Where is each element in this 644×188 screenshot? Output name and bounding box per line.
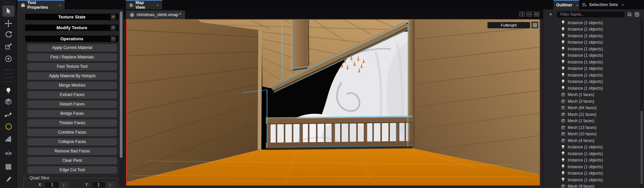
outliner-row[interactable]: Instance (1 objects) <box>543 177 641 183</box>
lightbulb-icon <box>561 34 565 38</box>
operation-button[interactable]: Detach Faces <box>28 101 117 108</box>
outliner-row[interactable]: Mesh (10 faces) <box>543 131 641 138</box>
outliner-row[interactable]: Instance (1 objects) <box>543 33 641 39</box>
texture-tool-button[interactable] <box>4 162 13 171</box>
close-icon[interactable]: × <box>576 3 579 8</box>
close-icon[interactable]: × <box>59 3 61 8</box>
outliner-row[interactable]: Mesh (1 faces) <box>543 118 641 125</box>
tab-selection-sets[interactable]: Selection Sets × <box>579 0 630 9</box>
operation-button[interactable]: Apply Current Material <box>28 44 117 51</box>
quad-slice-y-stepper[interactable]: 1 ▴▾ <box>91 182 115 188</box>
layout-split-button-2[interactable] <box>527 12 532 16</box>
outliner-row[interactable]: Instance (1 objects) <box>543 19 641 26</box>
outliner-item-label: Mesh (1 faces) <box>568 119 594 123</box>
paintbrush-icon <box>4 176 12 184</box>
operation-button[interactable]: Clear Pivot <box>28 157 117 164</box>
tab-map-view[interactable]: Map View × <box>126 0 162 9</box>
path-tool-button[interactable] <box>4 110 13 119</box>
entity-tool-button[interactable] <box>4 86 13 95</box>
block-tool-button[interactable] <box>4 97 13 106</box>
layout-split-button-3[interactable] <box>534 12 539 16</box>
outliner-row[interactable]: Instance (1 objects) <box>543 79 641 85</box>
scrollbar-thumb[interactable] <box>641 111 643 184</box>
outliner-row[interactable]: Mesh (3 faces) <box>543 98 641 105</box>
expand-icon[interactable]: + <box>111 14 116 19</box>
spinner-arrows[interactable]: ▴▾ <box>106 182 115 188</box>
instance-icon <box>561 164 566 169</box>
move-icon <box>4 19 12 28</box>
add-tool-button[interactable] <box>4 54 13 63</box>
operation-button[interactable]: Bridge Faces <box>28 110 117 117</box>
3d-viewport[interactable]: Fullbright <box>126 19 540 186</box>
tab-outliner[interactable]: Outliner × <box>553 0 579 9</box>
quad-slice-label: Quad Slice <box>28 176 51 180</box>
polygon-tool-button[interactable] <box>4 122 13 131</box>
outliner-row[interactable]: Mesh (9 faces) <box>543 183 641 188</box>
outliner-row[interactable]: Instance (1 objects) <box>543 65 641 72</box>
filter-name-input[interactable] <box>557 11 625 18</box>
viewport-3d-scene[interactable] <box>127 20 539 185</box>
outliner-row[interactable]: Instance (1 objects) <box>543 150 641 157</box>
operation-button[interactable]: Fast Texture Tool <box>28 63 117 70</box>
expand-icon[interactable]: + <box>111 25 116 30</box>
outliner-row[interactable]: Instance (1 objects) <box>543 52 641 59</box>
layout-split-button-1[interactable] <box>519 12 525 16</box>
collapse-icon[interactable]: − <box>111 36 116 41</box>
y-value[interactable]: 1 <box>91 182 106 188</box>
outliner-row[interactable]: Instance (1 objects) <box>543 26 641 33</box>
operation-button[interactable]: Combine Faces <box>28 129 117 136</box>
operation-button[interactable]: Find / Replace Materials <box>28 54 117 61</box>
tab-open-map-file[interactable]: christmas_climb.vmap * <box>126 10 185 19</box>
outliner-row[interactable]: Instance (1 objects) <box>543 72 641 79</box>
mesh-icon <box>561 139 566 143</box>
outliner-row[interactable]: Mesh (1 faces) <box>543 92 641 98</box>
spinner-arrows[interactable]: ▴▾ <box>60 182 68 188</box>
lightbulb-icon <box>561 53 565 58</box>
clip-tool-button[interactable] <box>4 135 13 143</box>
scale-tool-button[interactable] <box>4 42 13 51</box>
outliner-row[interactable]: Instance (1 objects) <box>543 157 641 164</box>
select-tool-button[interactable] <box>2 5 14 17</box>
visibility-filter-button[interactable] <box>627 11 633 17</box>
operation-button[interactable]: Remove Bad Faces <box>28 148 117 155</box>
operation-button[interactable]: Merge Meshes <box>28 82 117 89</box>
mesh-icon <box>561 93 566 97</box>
spin-down-icon[interactable]: ▾ <box>63 185 64 187</box>
rotate-tool-button[interactable] <box>4 30 13 39</box>
outliner-row[interactable]: Instance (1 objects) <box>543 59 641 65</box>
search-objects-button[interactable] <box>634 11 640 17</box>
outliner-row[interactable]: Mesh (11 faces) <box>543 111 641 118</box>
tab-tool-properties[interactable]: Tool Properties × <box>17 0 65 9</box>
outliner-row[interactable]: Mesh (64 faces) <box>543 105 641 111</box>
scrollbar-thumb[interactable] <box>120 11 122 158</box>
operation-button[interactable]: Extract Faces <box>28 91 117 98</box>
x-value[interactable]: 1 <box>45 182 60 188</box>
close-icon[interactable]: × <box>621 2 624 7</box>
close-icon[interactable]: × <box>156 3 159 8</box>
x-label: X: <box>38 182 42 187</box>
mesh-icon <box>561 112 566 116</box>
mirror-tool-button[interactable] <box>4 149 13 157</box>
view-layout-grid-button[interactable] <box>531 21 538 29</box>
quad-slice-x-stepper[interactable]: 1 ▴▾ <box>45 182 68 188</box>
operation-button[interactable]: Thicken Faces <box>28 120 117 127</box>
operation-button[interactable]: Collapse Faces <box>28 138 117 145</box>
outliner-row[interactable]: Instance (1 objects) <box>543 39 641 46</box>
fullbright-button[interactable]: Fullbright <box>487 22 530 29</box>
outliner-row[interactable]: Instance (1 objects) <box>543 144 641 151</box>
lightbulb-icon <box>561 66 565 71</box>
paint-tool-button[interactable] <box>4 176 13 184</box>
outliner-row[interactable]: Mesh (4 faces) <box>543 137 641 144</box>
scrollbar-track[interactable] <box>119 11 123 187</box>
operation-button[interactable]: Apply Material By Hotspot <box>28 73 117 80</box>
outliner-row[interactable]: Instance (1 objects) <box>543 163 641 170</box>
outliner-row[interactable]: Instance (1 objects) <box>543 170 641 177</box>
outliner-row[interactable]: Instance (1 objects) <box>543 46 641 52</box>
outliner-row[interactable]: Mesh (13 faces) <box>543 124 641 131</box>
add-icon[interactable]: + <box>548 11 554 17</box>
move-tool-button[interactable] <box>4 19 13 28</box>
operation-button[interactable]: Edge Cut Tool <box>28 167 117 174</box>
outliner-row[interactable]: Instance (1 objects) <box>543 85 641 92</box>
spin-down-icon[interactable]: ▾ <box>110 185 111 187</box>
scrollbar-track[interactable] <box>640 19 643 188</box>
